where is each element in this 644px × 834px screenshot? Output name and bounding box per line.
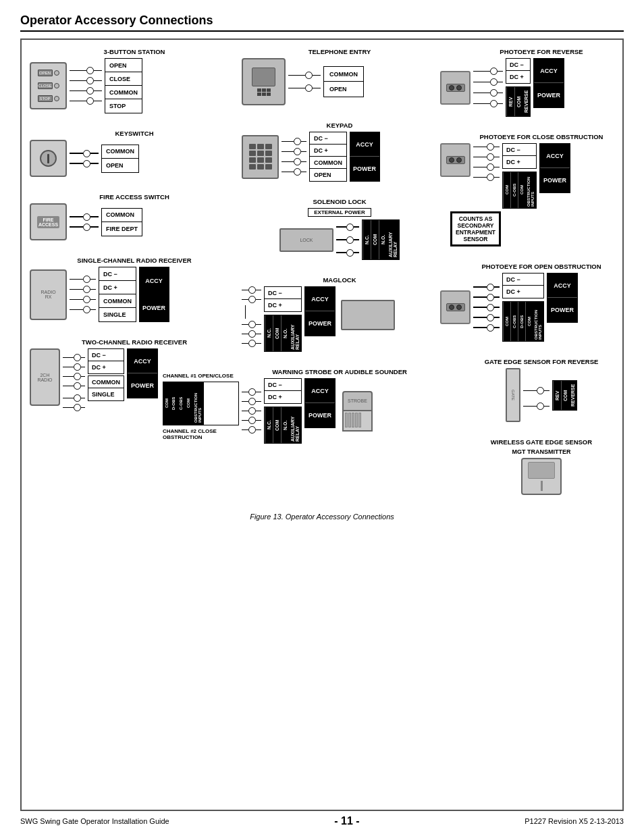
kk12 [265, 164, 272, 170]
term-kp-open: OPEN [310, 169, 346, 181]
wire-st-3 [248, 407, 256, 415]
wire-pc-4 [487, 174, 494, 181]
term-tr-accy: ACCY [128, 349, 157, 373]
footer-left: SWG Swing Gate Operator Installation Gui… [20, 817, 169, 825]
term-st-dcneg: DC − [265, 379, 301, 391]
wire-st-4 [248, 417, 256, 424]
term-st-no: N.O. [281, 407, 289, 443]
counts-line-1: COUNTS AS [456, 215, 495, 222]
wire-pr-4 [490, 100, 498, 107]
kk5 [257, 151, 264, 156]
wire-sol-1 [346, 224, 354, 231]
wire-circle-ks-1 [83, 150, 90, 157]
solenoid-title: SOLENOID LOCK [242, 198, 437, 205]
term-po-dcneg: DC − [503, 273, 543, 286]
wireless-gate-subtitle: MGT TRANSMITTER [440, 448, 643, 455]
wire-kp-4 [294, 168, 301, 176]
photoeye-rev-section: PHOTOEYE FOR REVERSE [440, 48, 643, 117]
term-ks-common: COMMON [102, 145, 138, 159]
counts-line-2: SECONDARY [456, 222, 495, 229]
term-st-com: COM [273, 407, 281, 443]
btn-close: CLOSE [38, 82, 53, 89]
vert-term-d-obs: D-OBS [170, 382, 178, 425]
term-sr-accy: ACCY [139, 267, 169, 294]
footer: SWG Swing Gate Operator Installation Gui… [20, 815, 624, 827]
wire-ge-1 [537, 387, 544, 394]
term-pr-accy: ACCY [534, 59, 564, 83]
term-po-accy: ACCY [547, 273, 577, 298]
pk1 [257, 88, 261, 92]
photoeye-open-device [440, 290, 471, 324]
single-radio-device: RADIORX [30, 269, 67, 320]
vert-term-com2: COM [185, 382, 192, 425]
pk5 [262, 93, 266, 96]
wire-st-2 [248, 398, 256, 405]
wire-kp-2 [294, 148, 301, 155]
term-sr-common: COMMON [99, 294, 136, 308]
wire-circle-te-2 [305, 84, 313, 92]
wire-circle-tr-4 [74, 382, 81, 390]
keypad-title: KEYPAD [242, 122, 437, 129]
page-title: Operator Accessory Connections [20, 14, 624, 32]
lens-2 [456, 85, 462, 90]
term-sr-dc-pos: DC + [99, 281, 136, 294]
wire-po-3 [487, 304, 494, 311]
term-ge-rev: REV [553, 381, 561, 410]
lens-op-2 [456, 305, 462, 310]
term-kp-dcneg: DC − [310, 132, 346, 145]
term-pc-dcpos: DC + [503, 156, 536, 168]
term-te-open: OPEN [324, 82, 363, 97]
term-open: OPEN [105, 59, 142, 72]
term-kp-dcpos: DC + [310, 145, 346, 157]
strobe-device: STROBE [342, 391, 373, 432]
single-radio-title: SINGLE-CHANNEL RADIO RECEIVER [30, 257, 239, 264]
pk3 [267, 88, 271, 92]
term-ml-power: POWER [305, 311, 335, 336]
term-sr-dc-neg: DC − [99, 267, 136, 281]
term-ml-dcneg: DC − [265, 287, 301, 299]
wireless-gate-section: WIRELESS GATE EDGE SENSOR MGT TRANSMITTE… [440, 438, 643, 495]
photoeye-close-title: PHOTOEYE FOR CLOSE OBSTRUCTION [440, 133, 643, 140]
term-pc-power: POWER [540, 168, 570, 192]
btn-stop-circle [54, 96, 59, 101]
term-sr-power: POWER [139, 294, 169, 321]
lens-1 [449, 85, 454, 90]
lens-cl-1 [449, 157, 454, 163]
term-pr-dcneg: DC − [506, 59, 530, 71]
wire-kp-1 [294, 138, 301, 145]
term-pr-power: POWER [534, 83, 564, 107]
photoeye-close-section: PHOTOEYE FOR CLOSE OBSTRUCTION [440, 133, 643, 246]
kk3 [265, 144, 272, 149]
pk4 [257, 93, 261, 96]
wire-circle-4 [86, 97, 94, 105]
wire-circle-fa-2 [83, 224, 90, 231]
fire-access-device: FIREACCESS [30, 203, 67, 240]
kk6 [265, 151, 272, 156]
photoeye-open-title: PHOTOEYE FOR OPEN OBSTRUCTION [440, 263, 643, 270]
term-st-nc: N.C. [265, 407, 273, 443]
wire-po-4 [487, 314, 494, 321]
term-ml-com: COM [273, 315, 281, 351]
keyswitch-inner [40, 150, 57, 167]
kk2 [257, 144, 264, 149]
wire-ml-1 [248, 286, 256, 294]
term-sol-no: N.O. [379, 220, 387, 259]
pk2 [262, 88, 266, 92]
wire-circle-tr-2 [74, 363, 81, 371]
term-ml-nc: N.C. [265, 315, 273, 351]
phone-speaker [252, 68, 275, 86]
btn-station-section: 3-BUTTON STATION OPEN CLOSE [30, 48, 239, 113]
ch1-label: CHANNEL #1 OPEN/CLOSE [163, 373, 239, 379]
keyswitch-slot [47, 154, 49, 163]
btn-station-title: 3-BUTTON STATION [30, 48, 239, 55]
fire-access-section: FIRE ACCESS SWITCH FIREACCESS [30, 193, 239, 240]
keyswitch-section: KEYSWITCH [30, 130, 239, 177]
term-fa-fire: FIRE DEPT [102, 222, 142, 236]
term-common: COMMON [105, 86, 142, 99]
wire-ml-3 [248, 321, 256, 328]
strobe-section: WARNING STROBE OR AUDIBLE SOUNDER [242, 368, 437, 444]
term-close: CLOSE [105, 72, 142, 86]
wireless-device [521, 458, 562, 495]
term-st-accy: ACCY [305, 379, 335, 403]
wire-st-5 [248, 426, 256, 434]
